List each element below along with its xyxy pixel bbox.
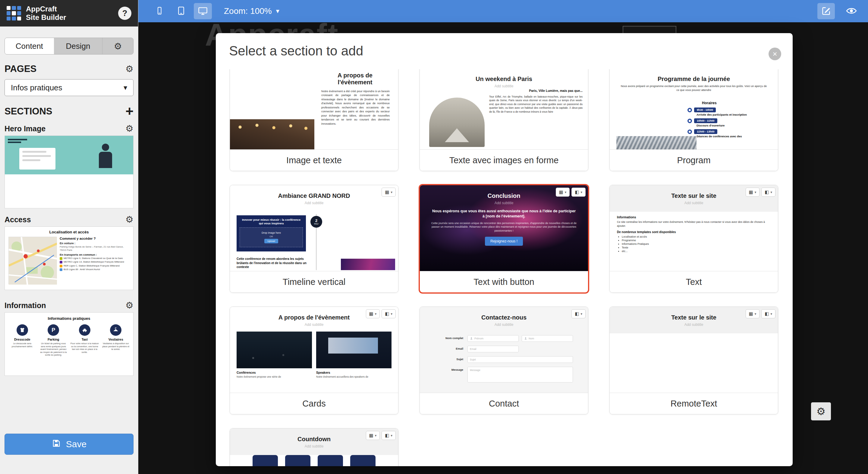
preview-tablet-button[interactable]: [172, 3, 190, 19]
card-style-dropdown[interactable]: ◧▾: [381, 309, 396, 318]
card-style-dropdown[interactable]: ◧▾: [761, 309, 775, 318]
rer-line-badge: [60, 265, 62, 267]
card-preview: ▦▾ ◧▾ Conclusion Add subtitle Nous espér…: [420, 185, 588, 271]
section-card-cards[interactable]: ▦▾ ◧▾ A propos de l'évènement Add subtit…: [230, 307, 398, 414]
chevron-down-icon: ▾: [391, 434, 393, 438]
save-button[interactable]: Save: [4, 434, 133, 455]
card-layout-dropdown[interactable]: ▦▾: [381, 188, 396, 197]
info-item: Dresscode Le dresscode sera prochainemen…: [8, 324, 37, 356]
louvre-photo: [429, 98, 485, 147]
parking-icon: P: [48, 324, 59, 336]
section-card-texte-avec-images[interactable]: Un weekend à Paris Add subtitle Paris, V…: [420, 69, 588, 171]
card-style-dropdown[interactable]: ◧▾: [381, 431, 396, 440]
layout-grid-icon: ▦: [385, 190, 389, 195]
card-style-dropdown[interactable]: ◧▾: [571, 309, 586, 318]
card-layout-dropdown[interactable]: ▦▾: [746, 309, 760, 318]
pages-heading: PAGES: [4, 64, 36, 74]
hero-thumb-card: [19, 148, 56, 170]
preview-eye-button[interactable]: [843, 3, 860, 19]
layout-grid-icon: ▦: [369, 311, 373, 316]
pages-settings-button[interactable]: ⚙: [125, 64, 133, 73]
topbar-right-actions: [817, 3, 860, 19]
card-layout-dropdown[interactable]: ▦▾: [556, 188, 570, 197]
mini-card: Conférences Notre événement propose une …: [237, 332, 312, 378]
preview-body: Cette journée sera une occasion unique d…: [428, 221, 580, 233]
section-information-settings-button[interactable]: ⚙: [125, 301, 133, 310]
tab-content[interactable]: Content: [5, 38, 54, 54]
page-select[interactable]: Infos pratiques ▾: [4, 79, 133, 96]
taxi-icon: [79, 324, 90, 336]
section-card-text[interactable]: ▦▾ ◧▾ Texte sur le site Add subtitle Inf…: [610, 185, 778, 293]
preview-mobile-button[interactable]: [150, 3, 168, 19]
edit-mode-button[interactable]: [817, 3, 835, 19]
close-icon: ×: [772, 49, 777, 59]
access-transit-list: METRO Ligne 9, Stations Chevaleret ou Qu…: [60, 257, 130, 271]
section-hero-label: Hero Image: [4, 124, 45, 133]
section-card-remotetext[interactable]: ▦▾ ◧▾ Texte sur le site Add subtitle Rem…: [610, 307, 778, 414]
modal-body: A propos de l'évènement Notre événement …: [216, 69, 793, 466]
zoom-dropdown[interactable]: Zoom: 100% ▾: [224, 6, 279, 16]
info-item: Vestiaires Vestiaires à disposition sur …: [101, 324, 130, 356]
chevron-down-icon: ▾: [391, 312, 393, 316]
card-label: Image et texte: [230, 149, 398, 171]
sections-heading: SECTIONS: [4, 106, 52, 117]
list-item: METRO Ligne 9, Stations Chevaleret ou Qu…: [60, 257, 130, 260]
preview-subtitle: Add subtitle: [610, 323, 778, 327]
section-template-grid: A propos de l'évènement Notre événement …: [230, 69, 779, 466]
floating-settings-button[interactable]: ⚙: [811, 402, 831, 420]
section-card-countdown[interactable]: ▦▾ ◧▾ Countdown Add subtitle Countdown: [230, 428, 398, 466]
preview-body: Tour Eiffel, Arc de Triomphe, ballade en…: [489, 95, 583, 113]
preview-subtitle: Add subtitle: [230, 201, 398, 205]
preview-desktop-button[interactable]: [194, 3, 212, 19]
section-card-image-et-texte[interactable]: A propos de l'évènement Notre événement …: [230, 69, 398, 171]
card-style-dropdown[interactable]: ◧▾: [571, 188, 586, 197]
countdown-tile: [350, 455, 375, 466]
section-access-thumbnail[interactable]: Localisation et accès: [4, 227, 133, 290]
access-thumb-title: Localisation et accès: [8, 230, 130, 234]
schedule-block: Horaires 9h30 - 10h00 Arrivée des partic…: [687, 101, 775, 140]
schedule-icon: [687, 130, 692, 134]
card-label: Timeline vertical: [230, 271, 398, 293]
dresscode-icon: [17, 324, 28, 336]
hero-thumb-person: [99, 144, 112, 168]
add-section-modal: Select a section to add × A propos de l'…: [216, 33, 793, 466]
section-access-settings-button[interactable]: ⚙: [125, 215, 133, 224]
section-card-contact[interactable]: ◧▾ Contactez-nous Add subtitle Nom compl…: [420, 307, 588, 414]
drop-image-zone: Drop image here OR Upload: [240, 227, 303, 247]
architecture-photo: [616, 136, 696, 149]
section-card-program[interactable]: Programme de la journée Nous avons prépa…: [610, 69, 778, 171]
close-button[interactable]: ×: [769, 47, 781, 60]
field-label: Sujet: [430, 356, 463, 361]
section-hero-thumbnail[interactable]: [4, 136, 133, 208]
card-preview: ▦▾ ◧▾ Texte sur le site Add subtitle Inf…: [610, 185, 778, 271]
preview-body: Nous avons préparé un programme excitant…: [620, 84, 768, 92]
tab-design[interactable]: Design: [54, 38, 102, 54]
field-label: Message: [430, 367, 463, 372]
help-button[interactable]: ?: [118, 7, 131, 20]
section-information-thumbnail[interactable]: Informations pratiques Dresscode Le dres…: [4, 312, 133, 376]
mini-card: Speakers Notre événement accueillera des…: [316, 332, 392, 378]
add-section-button[interactable]: +: [125, 105, 133, 117]
preview-heading: Informations: [617, 215, 771, 219]
preview-subtitle: Add subtitle: [420, 84, 588, 88]
section-card-text-with-button[interactable]: ▦▾ ◧▾ Conclusion Add subtitle Nous espér…: [420, 185, 588, 293]
section-hero-settings-button[interactable]: ⚙: [125, 124, 133, 133]
section-card-timeline-vertical[interactable]: ▦▾ Ambiance GRAND NORD Add subtitle Inno…: [230, 185, 398, 293]
metro-line-badge: [60, 261, 62, 264]
tabs-gear-button[interactable]: ⚙: [102, 38, 133, 54]
style-icon: ◧: [575, 190, 579, 195]
conference-photo: [237, 332, 312, 368]
list-item: RER Ligne C, Station Bibliothèque Franço…: [60, 264, 130, 268]
card-preview: ▦▾ ◧▾ Texte sur le site Add subtitle: [610, 307, 778, 393]
card-layout-dropdown[interactable]: ▦▾: [746, 188, 760, 197]
preview-title: Un weekend à Paris: [420, 76, 588, 82]
field-label: Nom complet: [430, 335, 463, 340]
card-layout-dropdown[interactable]: ▦▾: [366, 309, 380, 318]
join-us-button: Rejoignez-nous !: [485, 237, 523, 246]
section-access-label: Access: [4, 215, 31, 224]
card-style-dropdown[interactable]: ◧▾: [761, 188, 775, 197]
access-how-title: Comment y accéder ?: [60, 237, 130, 240]
preview-bullet-list: Localisation et accès Programme Informat…: [617, 235, 771, 253]
card-layout-dropdown[interactable]: ▦▾: [366, 431, 380, 440]
access-car-title: En voiture :: [60, 241, 130, 245]
